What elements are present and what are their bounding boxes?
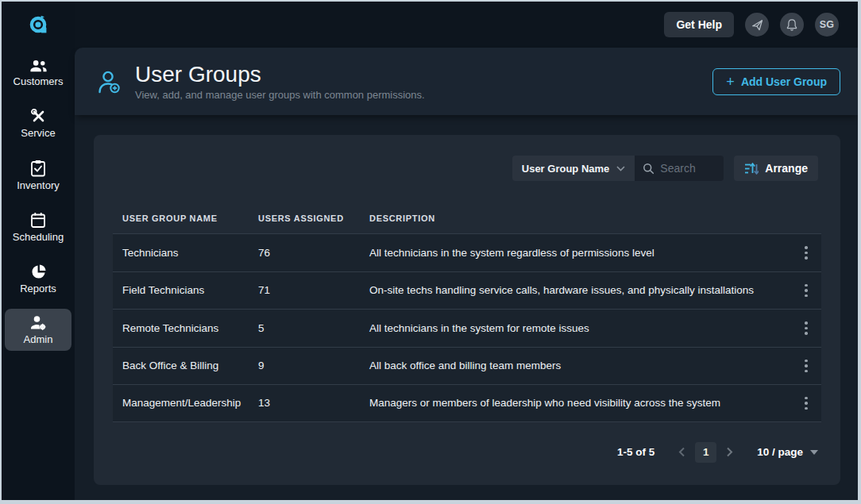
row-menu-button[interactable] [801,281,811,301]
row-menu-button[interactable] [801,394,811,414]
group-name-cell: Technicians [113,247,258,259]
sidebar-item-label: Customers [14,75,64,87]
sidebar-item-label: Service [21,127,55,139]
filter-field-select[interactable]: User Group Name [512,156,635,181]
chevron-right-icon [726,447,733,457]
column-header-description: DESCRIPTION [369,214,791,223]
chevron-left-icon [678,447,685,457]
table-row: Remote Technicians 5 All technicians in … [113,309,821,347]
sidebar-item-customers[interactable]: Customers [5,53,71,93]
logo-icon [26,13,50,37]
main-area: Get Help SG [75,2,858,500]
sidebar-item-label: Inventory [17,179,59,191]
next-page-button[interactable] [724,445,735,459]
table-body: Technicians 76 All technicians in the sy… [113,233,821,422]
sidebar-item-label: Reports [20,283,56,294]
caret-down-icon [810,450,818,455]
sidebar-item-service[interactable]: Service [5,102,71,144]
group-name-cell: Back Office & Billing [113,360,258,371]
add-user-group-button[interactable]: + Add User Group [712,68,840,95]
chevron-down-icon [616,166,625,171]
pagination: 1-5 of 5 1 10 / page [116,442,818,463]
search-box [635,156,724,181]
table-row: Back Office & Billing 9 All back office … [113,347,821,385]
description-cell: On-site techs handling service calls, ha… [369,284,791,296]
users-assigned-cell: 13 [258,397,369,409]
column-header-name: USER GROUP NAME [113,214,258,223]
group-name-cell: Management/Leadership [113,397,258,409]
sort-arrange-icon [744,163,759,175]
sidebar-item-scheduling[interactable]: Scheduling [5,206,71,248]
page-number-button[interactable]: 1 [695,442,716,463]
content-area: User Group Name [75,115,858,500]
description-cell: Managers or members of leadership who ne… [369,397,791,409]
arrange-label: Arrange [765,162,808,175]
filter-field-value: User Group Name [522,163,610,175]
avatar[interactable]: SG [815,13,839,37]
pie-chart-icon [30,264,47,280]
tools-icon [30,108,47,125]
add-user-group-label: Add User Group [741,75,827,88]
users-assigned-cell: 5 [258,322,369,334]
page-subtitle: View, add, and manage user groups with c… [135,89,425,101]
topbar: Get Help SG [75,2,858,48]
description-cell: All back office and billing team members [369,360,791,371]
app-window: Customers Service Inventory [0,0,861,504]
previous-page-button[interactable] [677,445,687,459]
row-menu-button[interactable] [801,356,811,376]
table-toolbar: User Group Name [94,156,840,181]
arrange-button[interactable]: Arrange [734,156,818,181]
app-logo[interactable] [2,2,75,48]
sidebar-item-label: Scheduling [13,231,64,243]
description-cell: All technicians in the system regardless… [369,247,791,259]
sidebar-item-inventory[interactable]: Inventory [5,153,71,197]
notifications-button[interactable] [780,13,804,37]
calendar-icon [30,212,46,229]
table-row: Technicians 76 All technicians in the sy… [113,233,821,271]
filter-group: User Group Name [512,156,724,181]
page-title: User Groups [135,62,425,87]
clipboard-check-icon [30,160,46,177]
sidebar-item-reports[interactable]: Reports [5,257,71,300]
column-header-users: USERS ASSIGNED [258,214,369,223]
page-size-select[interactable]: 10 / page [757,446,818,458]
get-help-button[interactable]: Get Help [664,12,734,37]
search-icon [643,162,654,175]
users-assigned-cell: 76 [258,247,369,259]
bell-icon [786,18,798,32]
send-feedback-button[interactable] [745,13,769,37]
sidebar-item-label: Admin [24,333,53,345]
table-header-row: USER GROUP NAME USERS ASSIGNED DESCRIPTI… [113,214,821,233]
page-size-value: 10 / page [757,446,803,458]
pagination-range: 1-5 of 5 [617,446,654,458]
paper-plane-icon [751,18,764,32]
users-assigned-cell: 71 [258,284,369,296]
row-menu-button[interactable] [801,243,811,263]
people-icon [29,60,48,73]
users-assigned-cell: 9 [258,360,369,371]
table-row: Field Technicians 71 On-site techs handl… [113,271,821,310]
search-input[interactable] [660,162,716,175]
user-gear-icon [29,315,47,331]
page-header: User Groups View, add, and manage user g… [75,48,858,115]
user-group-add-icon [95,68,122,95]
sidebar: Customers Service Inventory [2,2,75,500]
sidebar-nav: Customers Service Inventory [2,48,75,360]
group-name-cell: Field Technicians [113,284,258,296]
row-menu-button[interactable] [801,318,811,338]
table-row: Management/Leadership 13 Managers or mem… [113,384,821,422]
description-cell: All technicians in the system for remote… [369,322,791,334]
user-groups-card: User Group Name [94,135,840,485]
group-name-cell: Remote Technicians [113,322,258,334]
avatar-initials: SG [820,19,835,30]
sidebar-item-admin[interactable]: Admin [5,309,71,351]
plus-icon: + [726,76,735,87]
